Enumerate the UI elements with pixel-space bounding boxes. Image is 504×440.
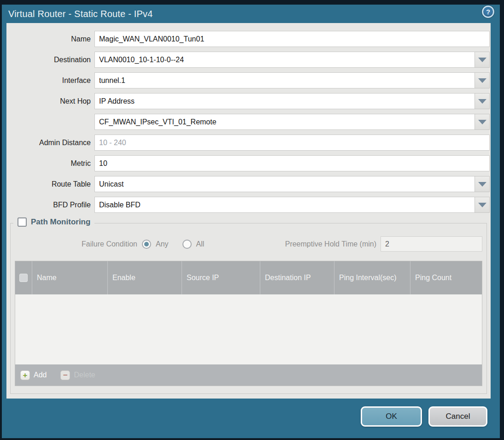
path-monitoring-options-row: Failure Condition Any All Preemptive Hol… <box>15 236 482 252</box>
chevron-down-icon <box>478 182 486 187</box>
chevron-down-icon <box>478 58 486 62</box>
failure-condition-all-option: All <box>182 240 205 249</box>
select-all-checkbox[interactable] <box>19 274 28 282</box>
add-button[interactable]: + Add <box>20 370 47 380</box>
name-input[interactable] <box>94 31 490 47</box>
admin-distance-input[interactable] <box>94 135 490 151</box>
dialog-window: Virtual Router - Static Route - IPv4 ? N… <box>2 5 500 438</box>
route-table-label: Route Table <box>6 180 94 188</box>
chevron-down-icon <box>478 203 486 207</box>
failure-condition-any-option: Any <box>142 240 169 249</box>
destination-input[interactable] <box>94 52 475 68</box>
table-footer-bar: + Add − Delete <box>15 364 482 386</box>
help-icon[interactable]: ? <box>482 6 494 18</box>
column-header-enable[interactable]: Enable <box>107 261 182 294</box>
column-header-ping-interval[interactable]: Ping Interval(sec) <box>334 261 410 294</box>
table-body-empty <box>15 294 482 364</box>
delete-button-label: Delete <box>74 371 95 379</box>
column-header-destination-ip[interactable]: Destination IP <box>260 261 334 294</box>
next-hop-type-dropdown-button[interactable] <box>475 93 490 109</box>
form-row-bfd-profile: BFD Profile <box>6 197 491 213</box>
failure-condition-any-label: Any <box>156 240 169 248</box>
failure-condition-label: Failure Condition <box>15 240 142 248</box>
next-hop-label: Next Hop <box>6 97 94 106</box>
preemptive-hold-time-group: Preemptive Hold Time (min) <box>285 236 482 252</box>
cancel-button[interactable]: Cancel <box>428 406 487 427</box>
preemptive-hold-time-label: Preemptive Hold Time (min) <box>285 240 381 248</box>
failure-condition-all-label: All <box>196 240 205 248</box>
metric-label: Metric <box>6 159 94 168</box>
form-row-next-hop-address <box>6 114 491 130</box>
bfd-profile-dropdown-button[interactable] <box>475 197 490 213</box>
metric-input[interactable] <box>94 155 490 171</box>
form-row-next-hop: Next Hop <box>6 93 491 109</box>
path-monitoring-table: Name Enable Source IP Destination IP Pin… <box>15 261 482 386</box>
interface-input[interactable] <box>94 72 475 88</box>
path-monitoring-title: Path Monitoring <box>31 217 90 227</box>
minus-icon: − <box>60 370 70 380</box>
bfd-profile-label: BFD Profile <box>6 201 94 209</box>
failure-condition-all-radio[interactable] <box>182 240 192 249</box>
help-glyph: ? <box>486 8 490 16</box>
plus-icon: + <box>20 370 30 380</box>
column-header-source-ip[interactable]: Source IP <box>182 261 260 294</box>
form-row-metric: Metric <box>6 155 491 171</box>
dialog-title: Virtual Router - Static Route - IPv4 <box>2 9 153 19</box>
form-row-name: Name <box>6 31 491 47</box>
path-monitoring-checkbox[interactable] <box>18 217 27 227</box>
select-all-column-header <box>15 261 32 294</box>
column-header-ping-count[interactable]: Ping Count <box>410 261 482 294</box>
column-header-name[interactable]: Name <box>32 261 107 294</box>
route-table-input[interactable] <box>94 176 475 192</box>
chevron-down-icon <box>478 99 486 104</box>
next-hop-address-input[interactable] <box>94 114 475 130</box>
bfd-profile-input[interactable] <box>94 197 475 213</box>
ok-button[interactable]: OK <box>361 406 422 427</box>
next-hop-type-input[interactable] <box>94 93 475 109</box>
add-button-label: Add <box>34 371 47 379</box>
interface-label: Interface <box>6 76 94 85</box>
table-header-row: Name Enable Source IP Destination IP Pin… <box>15 261 482 294</box>
chevron-down-icon <box>478 78 486 83</box>
destination-label: Destination <box>6 56 94 64</box>
chevron-down-icon <box>478 120 486 124</box>
form-row-route-table: Route Table <box>6 176 491 192</box>
form-row-admin-distance: Admin Distance <box>6 135 491 151</box>
failure-condition-any-radio[interactable] <box>142 240 151 249</box>
admin-distance-label: Admin Distance <box>6 139 94 147</box>
form-row-interface: Interface <box>6 72 491 88</box>
delete-button[interactable]: − Delete <box>60 370 95 380</box>
name-label: Name <box>6 35 94 43</box>
form-row-destination: Destination <box>6 52 491 68</box>
dialog-content: Name Destination Interface Next Hop <box>6 23 491 399</box>
next-hop-address-dropdown-button[interactable] <box>475 114 490 130</box>
path-monitoring-section: Path Monitoring Failure Condition Any Al… <box>10 223 487 394</box>
interface-dropdown-button[interactable] <box>475 72 490 88</box>
destination-dropdown-button[interactable] <box>475 52 490 68</box>
dialog-titlebar: Virtual Router - Static Route - IPv4 ? <box>2 5 500 23</box>
preemptive-hold-time-input[interactable] <box>381 236 482 252</box>
route-table-dropdown-button[interactable] <box>475 176 490 192</box>
path-monitoring-legend: Path Monitoring <box>13 217 94 227</box>
